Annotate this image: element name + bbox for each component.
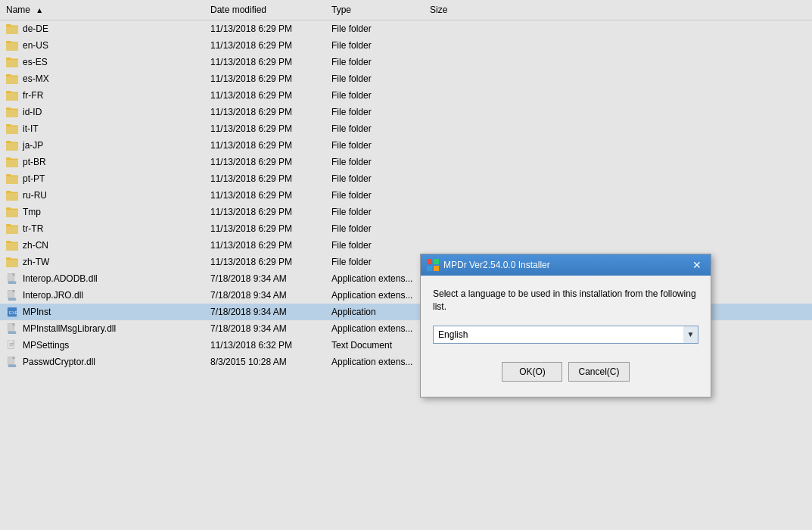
language-select[interactable]: EnglishJapaneseChinese (Simplified)Chine… bbox=[433, 326, 698, 344]
installer-dialog: MPDr Ver2.54.0.0 Installer ✕ Select a la… bbox=[420, 254, 711, 398]
ok-button[interactable]: OK(O) bbox=[502, 362, 562, 382]
dialog-titlebar: MPDr Ver2.54.0.0 Installer ✕ bbox=[421, 254, 711, 276]
installer-icon bbox=[427, 259, 439, 271]
file-explorer: Name ▲ Date modified Type Size de-DE 11/… bbox=[0, 0, 812, 530]
svg-rect-24 bbox=[427, 259, 432, 264]
dialog-message: Select a language to be used in this ins… bbox=[433, 288, 698, 313]
dialog-title: MPDr Ver2.54.0.0 Installer bbox=[443, 260, 550, 270]
svg-rect-25 bbox=[434, 259, 439, 264]
dialog-buttons: OK(O) Cancel(C) bbox=[433, 356, 698, 391]
dialog-titlebar-left: MPDr Ver2.54.0.0 Installer bbox=[427, 259, 550, 271]
language-select-wrapper: EnglishJapaneseChinese (Simplified)Chine… bbox=[433, 326, 698, 344]
cancel-button[interactable]: Cancel(C) bbox=[568, 362, 629, 382]
svg-rect-27 bbox=[434, 266, 439, 271]
dialog-close-button[interactable]: ✕ bbox=[689, 260, 705, 270]
dialog-content: Select a language to be used in this ins… bbox=[421, 276, 711, 397]
svg-rect-26 bbox=[427, 266, 432, 271]
